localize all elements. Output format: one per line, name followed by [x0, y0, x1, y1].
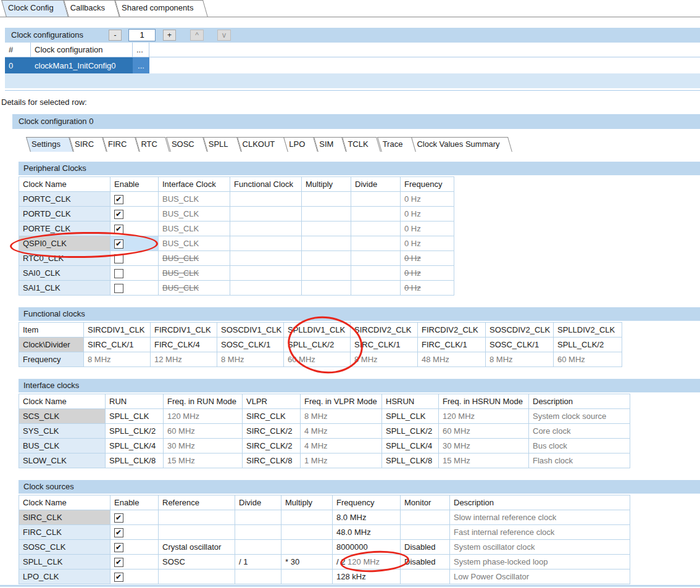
remove-config-button[interactable]: - [109, 30, 122, 41]
divide-cell[interactable] [351, 251, 401, 266]
divide-cell[interactable] [351, 236, 401, 251]
clock-name-cell[interactable]: SLOW_CLK [19, 453, 106, 468]
hsrun-cell[interactable]: SPLL_CLK/2 [382, 424, 439, 439]
frequency-cell[interactable]: 128 kHz [333, 569, 401, 584]
tab-clock-config[interactable]: Clock Config [1, 0, 64, 17]
vlpr-cell[interactable]: SIRC_CLK/2 [243, 439, 301, 453]
interface-row-scs-clk[interactable]: SCS_CLK SPLL_CLK 120 MHz SIRC_CLK 8 MHz … [19, 409, 630, 424]
functional-clock-cell[interactable] [230, 281, 302, 296]
enable-checkbox[interactable] [114, 513, 123, 523]
enable-cell[interactable] [110, 525, 159, 540]
enable-checkbox[interactable] [114, 528, 123, 537]
enable-checkbox[interactable] [114, 269, 123, 278]
frequency-cell[interactable]: 8.0 MHz [333, 510, 401, 525]
clock-name-cell[interactable]: LPO_CLK [19, 569, 110, 584]
tab-spll[interactable]: SPLL [203, 137, 237, 152]
tab-rtc[interactable]: RTC [135, 137, 165, 152]
enable-cell[interactable] [110, 251, 159, 266]
peripheral-row-portc-clk[interactable]: PORTC_CLK BUS_CLK 0 Hz [19, 192, 454, 207]
multiply-cell[interactable] [302, 222, 351, 236]
enable-checkbox[interactable] [114, 543, 123, 552]
divider-cell[interactable]: SOSC_CLK/1 [217, 337, 284, 352]
divide-cell[interactable] [235, 569, 281, 584]
enable-checkbox[interactable] [114, 210, 123, 219]
clock-name-cell[interactable]: SYS_CLK [19, 424, 106, 439]
run-cell[interactable]: SPLL_CLK/2 [106, 424, 164, 439]
multiply-cell[interactable] [281, 569, 333, 584]
enable-cell[interactable] [110, 222, 159, 236]
interface-clock-cell[interactable]: BUS_CLK [159, 236, 230, 251]
move-up-button[interactable]: ^ [190, 30, 204, 41]
clock-name-cell[interactable]: SCS_CLK [19, 409, 106, 424]
monitor-cell[interactable] [401, 569, 450, 584]
tab-shared-components[interactable]: Shared components [115, 0, 203, 17]
reference-cell[interactable]: Crystal oscillator [159, 540, 235, 555]
functional-clock-cell[interactable] [230, 192, 302, 207]
multiply-cell[interactable] [302, 236, 351, 251]
enable-checkbox[interactable] [114, 558, 123, 567]
divide-cell[interactable] [351, 266, 401, 281]
interface-clock-cell[interactable]: BUS_CLK [159, 251, 230, 266]
row-label-clock-divider[interactable]: Clock\Divider [19, 337, 84, 352]
divider-cell[interactable]: SOSC_CLK/1 [486, 337, 554, 352]
functional-clock-cell[interactable] [230, 251, 302, 266]
monitor-cell[interactable]: Disabled [401, 540, 450, 555]
interface-clock-cell[interactable]: BUS_CLK [159, 192, 230, 207]
tab-sirc[interactable]: SIRC [69, 137, 102, 152]
vlpr-cell[interactable]: SIRC_CLK [243, 409, 301, 424]
monitor-cell[interactable] [401, 510, 450, 525]
tab-clock-values-summary[interactable]: Clock Values Summary [411, 137, 508, 152]
multiply-cell[interactable] [302, 266, 351, 281]
source-row-spll-clk[interactable]: SPLL_CLK SOSC / 1 * 30 / 2 120 MHz Disab… [19, 555, 630, 569]
enable-cell[interactable] [110, 281, 159, 296]
divider-cell[interactable]: SPLL_CLK/2 [554, 337, 622, 352]
tab-trace[interactable]: Trace [377, 137, 412, 152]
clock-name-cell[interactable]: SIRC_CLK [19, 510, 110, 525]
clock-name-cell[interactable]: FIRC_CLK [19, 525, 110, 540]
peripheral-row-porte-clk[interactable]: PORTE_CLK BUS_CLK 0 Hz [19, 222, 454, 236]
tab-clkout[interactable]: CLKOUT [237, 137, 284, 152]
enable-cell[interactable] [110, 540, 159, 555]
enable-cell[interactable] [110, 569, 159, 584]
tab-callbacks[interactable]: Callbacks [64, 0, 115, 17]
interface-clock-cell[interactable]: BUS_CLK [159, 207, 230, 222]
tab-lpo[interactable]: LPO [283, 137, 314, 152]
tab-settings[interactable]: Settings [26, 137, 69, 152]
divide-cell[interactable] [351, 192, 401, 207]
reference-cell[interactable] [159, 569, 235, 584]
divider-cell[interactable]: SIRC_CLK/1 [351, 337, 418, 352]
peripheral-row-rtc0-clk[interactable]: RTC0_CLK BUS_CLK 0 Hz [19, 251, 454, 266]
divide-cell[interactable] [235, 510, 281, 525]
source-row-sosc-clk[interactable]: SOSC_CLK Crystal oscillator 8000000 Disa… [19, 540, 630, 555]
clock-name-cell[interactable]: SAI0_CLK [19, 266, 110, 281]
config-row-more-button[interactable]: ... [133, 57, 149, 73]
clock-name-cell[interactable]: SPLL_CLK [19, 555, 110, 569]
divide-cell[interactable] [235, 525, 281, 540]
source-row-firc-clk[interactable]: FIRC_CLK 48.0 MHz Fast internal referenc… [19, 525, 630, 540]
peripheral-row-qspi0-clk[interactable]: QSPI0_CLK BUS_CLK 0 Hz [19, 236, 454, 251]
source-row-lpo-clk[interactable]: LPO_CLK 128 kHz Low Power Oscillator [19, 569, 630, 584]
interface-row-bus-clk[interactable]: BUS_CLK SPLL_CLK/4 30 MHz SIRC_CLK/2 4 M… [19, 439, 630, 453]
frequency-cell[interactable]: / 2 120 MHz [333, 555, 401, 569]
peripheral-row-portd-clk[interactable]: PORTD_CLK BUS_CLK 0 Hz [19, 207, 454, 222]
functional-divider-row[interactable]: Clock\Divider SIRC_CLK/1 FIRC_CLK/4 SOSC… [19, 337, 622, 352]
multiply-cell[interactable] [281, 540, 333, 555]
enable-cell[interactable] [110, 207, 159, 222]
reference-cell[interactable] [159, 510, 235, 525]
enable-cell[interactable] [110, 266, 159, 281]
peripheral-row-sai0-clk[interactable]: SAI0_CLK BUS_CLK 0 Hz [19, 266, 454, 281]
clock-name-cell[interactable]: QSPI0_CLK [19, 236, 110, 251]
peripheral-row-sai1-clk[interactable]: SAI1_CLK BUS_CLK 0 Hz [19, 281, 454, 296]
run-cell[interactable]: SPLL_CLK [106, 409, 164, 424]
interface-clock-cell[interactable]: BUS_CLK [159, 281, 230, 296]
frequency-divider[interactable]: / 2 [336, 557, 345, 566]
add-config-button[interactable]: + [163, 30, 176, 41]
run-cell[interactable]: SPLL_CLK/4 [106, 439, 164, 453]
interface-clock-cell[interactable]: BUS_CLK [159, 266, 230, 281]
divider-cell[interactable]: FIRC_CLK/1 [418, 337, 486, 352]
hsrun-cell[interactable]: SPLL_CLK/8 [382, 453, 439, 468]
enable-cell[interactable] [110, 236, 159, 251]
reference-cell[interactable]: SOSC [159, 555, 235, 569]
interface-row-slow-clk[interactable]: SLOW_CLK SPLL_CLK/8 15 MHz SIRC_CLK/8 1 … [19, 453, 630, 468]
tab-firc[interactable]: FIRC [102, 137, 135, 152]
